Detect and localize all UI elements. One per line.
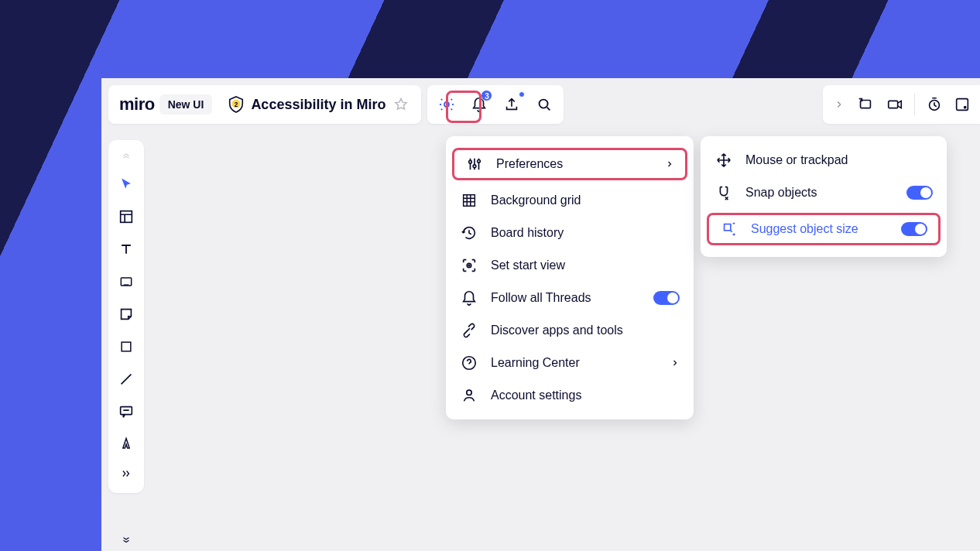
search-button[interactable] bbox=[528, 85, 560, 124]
pen-tool[interactable] bbox=[108, 428, 144, 460]
snap-objects-toggle[interactable] bbox=[906, 186, 933, 200]
menu-item-label: Account settings bbox=[491, 388, 680, 402]
svg-rect-9 bbox=[121, 211, 132, 223]
svg-point-17 bbox=[468, 265, 470, 266]
svg-rect-20 bbox=[725, 224, 731, 231]
submenu-item-label: Suggest object size bbox=[751, 222, 889, 236]
chevron-right-icon bbox=[670, 358, 680, 368]
settings-menu: Preferences Background grid Board histor… bbox=[446, 136, 694, 419]
svg-rect-7 bbox=[957, 99, 968, 111]
logo: miro bbox=[108, 94, 158, 115]
timer-button[interactable] bbox=[920, 85, 949, 124]
suggest-size-toggle[interactable] bbox=[901, 222, 927, 236]
svg-point-2 bbox=[444, 102, 449, 107]
start-view-icon bbox=[460, 257, 478, 274]
submenu-item-label: Mouse or trackpad bbox=[745, 153, 933, 167]
export-indicator-dot bbox=[519, 91, 525, 98]
menu-item-label: Board history bbox=[491, 226, 680, 240]
preferences-submenu: Mouse or trackpad Snap objects Suggest o… bbox=[701, 136, 947, 257]
history-icon bbox=[460, 224, 478, 241]
templates-tool[interactable] bbox=[108, 200, 144, 233]
notification-count-badge: 3 bbox=[481, 90, 492, 101]
submenu-item-snap-objects[interactable]: Snap objects bbox=[701, 176, 947, 209]
svg-point-15 bbox=[478, 160, 481, 163]
submenu-item-label: Snap objects bbox=[745, 186, 894, 200]
user-icon bbox=[460, 387, 478, 404]
settings-button[interactable] bbox=[430, 85, 463, 124]
grid-icon bbox=[460, 192, 478, 209]
menu-item-follow-threads[interactable]: Follow all Threads bbox=[446, 282, 694, 314]
svg-point-19 bbox=[467, 390, 471, 395]
new-ui-pill[interactable]: New UI bbox=[159, 94, 213, 115]
export-button[interactable] bbox=[495, 85, 528, 124]
menu-item-label: Background grid bbox=[491, 193, 680, 207]
apps-button[interactable] bbox=[949, 85, 975, 124]
menu-item-preferences[interactable]: Preferences bbox=[452, 148, 687, 180]
svg-text:2: 2 bbox=[235, 101, 238, 108]
move-icon bbox=[714, 152, 733, 169]
help-icon bbox=[460, 354, 478, 371]
plug-icon bbox=[460, 322, 478, 339]
svg-point-8 bbox=[964, 106, 967, 109]
menu-item-board-history[interactable]: Board history bbox=[446, 217, 694, 249]
topbar-right-panel bbox=[823, 85, 980, 124]
video-button[interactable] bbox=[880, 85, 910, 124]
hide-button[interactable] bbox=[828, 85, 851, 124]
svg-point-14 bbox=[473, 165, 476, 168]
menu-item-set-start-view[interactable]: Set start view bbox=[446, 249, 694, 282]
bell-icon bbox=[460, 289, 478, 306]
menu-item-learning-center[interactable]: Learning Center bbox=[446, 347, 694, 379]
presentation-button[interactable] bbox=[851, 85, 880, 124]
expand-apps-icon[interactable] bbox=[108, 529, 144, 550]
svg-rect-5 bbox=[889, 101, 898, 108]
menu-item-label: Discover apps and tools bbox=[491, 323, 680, 337]
menu-item-label: Preferences bbox=[496, 157, 653, 171]
chevron-right-icon bbox=[665, 159, 674, 169]
select-tool[interactable] bbox=[108, 168, 144, 200]
left-toolbar bbox=[108, 140, 144, 493]
shape-tool[interactable] bbox=[108, 330, 144, 363]
snap-icon bbox=[714, 184, 733, 201]
svg-point-3 bbox=[540, 100, 548, 108]
submenu-item-suggest-size[interactable]: Suggest object size bbox=[707, 213, 941, 245]
menu-item-discover-apps[interactable]: Discover apps and tools bbox=[446, 314, 694, 347]
favorite-star-icon[interactable] bbox=[393, 97, 409, 112]
board-title[interactable]: Accessibility in Miro bbox=[251, 97, 385, 113]
separator bbox=[914, 94, 915, 115]
follow-threads-toggle[interactable] bbox=[653, 291, 680, 305]
shield-badge-icon[interactable]: 2 bbox=[228, 96, 245, 113]
sticky-note-tool[interactable] bbox=[108, 298, 144, 330]
text-tool[interactable] bbox=[108, 233, 144, 265]
notifications-button[interactable]: 3 bbox=[463, 85, 495, 124]
menu-item-label: Learning Center bbox=[491, 356, 658, 370]
more-tools[interactable] bbox=[108, 460, 144, 487]
sliders-icon bbox=[465, 156, 484, 173]
svg-rect-11 bbox=[122, 342, 131, 351]
collapse-up-icon[interactable] bbox=[108, 146, 144, 168]
comment-tool[interactable] bbox=[108, 395, 144, 428]
svg-point-13 bbox=[469, 160, 472, 163]
card-tool[interactable] bbox=[108, 265, 144, 298]
line-tool[interactable] bbox=[108, 363, 144, 395]
menu-item-account-settings[interactable]: Account settings bbox=[446, 379, 694, 412]
submenu-item-mouse-trackpad[interactable]: Mouse or trackpad bbox=[701, 144, 947, 176]
menu-item-label: Set start view bbox=[491, 258, 680, 272]
menu-item-label: Follow all Threads bbox=[491, 291, 641, 305]
suggest-size-icon bbox=[720, 221, 738, 238]
menu-item-background-grid[interactable]: Background grid bbox=[446, 184, 694, 217]
topbar-actions-panel: 3 bbox=[427, 85, 564, 124]
topbar-left-panel: miro New UI 2 Accessibility in Miro bbox=[108, 85, 421, 124]
